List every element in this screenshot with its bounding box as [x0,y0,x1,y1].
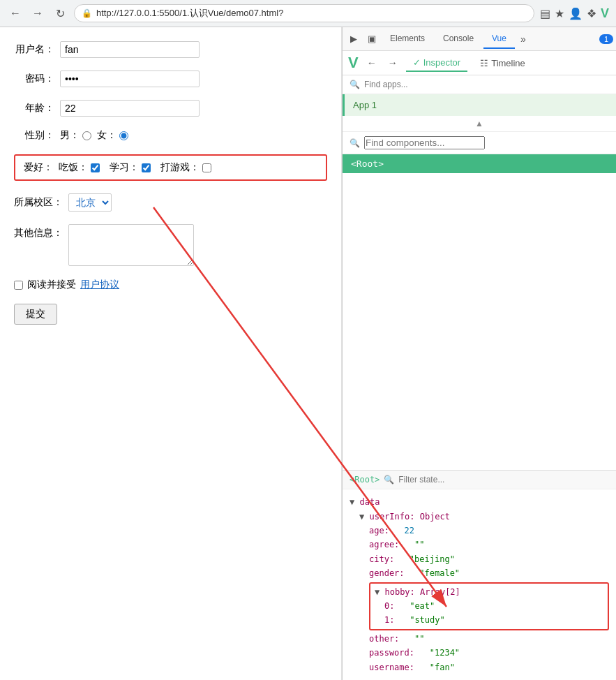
campus-select[interactable]: 北京 上海 广州 深圳 [68,193,112,212]
submit-button[interactable]: 提交 [14,304,57,325]
data-collapse[interactable]: ▼ [350,497,359,507]
devtools-device-icon[interactable]: ▣ [363,31,380,47]
userinfo-key: userInfo: Object [369,512,450,522]
hobby-game-item: 打游戏： [160,161,211,174]
vue-forward-button[interactable]: → [385,56,400,70]
campus-label: 所属校区： [14,196,63,209]
agree-state-row: agree: "" [369,538,609,552]
address-bar[interactable]: 🔒 http://127.0.0.1:5500/1.认识Vue/demo07.h… [74,4,534,22]
agree-checkbox[interactable] [14,281,23,290]
gender-group: 男： 女： [60,129,128,142]
vue-back-button[interactable]: ← [364,56,380,70]
username-state-value: "fan" [430,663,455,672]
hobby-section: 爱好： 吃饭： 学习： 打游戏： [14,154,327,181]
vue-devtools-bar: V ← → ✓ Inspector ☷ Timeline [343,51,616,75]
back-button[interactable]: ← [7,5,24,22]
cast-button[interactable]: ▤ [540,7,550,20]
agree-label: 阅读并接受 [27,279,76,291]
root-node[interactable]: <Root> [343,154,616,173]
extension-button[interactable]: ❖ [587,7,596,20]
state-header: <Root> 🔍 [343,471,616,489]
hobby-1-value: "study" [410,615,445,625]
gender-state-key: gender: [369,568,405,578]
profile-button[interactable]: 👤 [569,7,583,20]
search-icon: 🔍 [350,80,360,89]
hobby-highlight-box: ▼ hobby: Array[2] 0: "eat" 1 [369,582,609,630]
vue-ext-button[interactable]: V [601,6,609,21]
inspector-check-icon: ✓ [413,57,421,68]
tab-console[interactable]: Console [435,29,482,49]
devtools-panel: ▶ ▣ Elements Console Vue » 1 V ← → ✓ Ins… [342,27,616,680]
app1-item[interactable]: App 1 [343,94,616,116]
other-row: 其他信息： [14,224,327,266]
gender-state-row: gender: "female" [369,566,609,580]
hobby-1-key: 1: [384,615,394,625]
other-state-key: other: [369,634,399,644]
userinfo-fields: age: 22 agree: "" city: "beiji [359,524,609,674]
component-tree-spacer [343,173,616,470]
devtools-select-icon[interactable]: ▶ [345,31,362,47]
age-state-row: age: 22 [369,524,609,538]
main-area: 用户名： 密码： 年龄： 性别： 男： 女： [0,27,616,680]
username-state-row: username: "fan" [369,660,609,674]
other-label: 其他信息： [14,224,63,239]
age-label: 年龄： [14,102,54,114]
hobby-0-value: "eat" [410,601,435,611]
gender-male-item: 男： [60,129,91,142]
hobby-study-checkbox[interactable] [142,163,151,172]
agree-row: 阅读并接受 用户协议 [14,279,327,291]
password-state-key: password: [369,648,414,658]
hobby-eat-checkbox[interactable] [91,163,100,172]
hobby-eat-label: 吃饭： [59,161,88,174]
inspector-tab[interactable]: ✓ Inspector [406,54,467,72]
userinfo-collapse[interactable]: ▼ [359,512,369,522]
expand-arrow-icon: ▲ [475,119,483,128]
timeline-tab[interactable]: ☷ Timeline [473,55,532,71]
browser-actions: ▤ ★ 👤 ❖ V [540,6,609,21]
gender-female-label: 女： [97,129,117,142]
state-panel: <Root> 🔍 ▼ data ▼ userInfo: Object [343,470,616,680]
browser-chrome: ← → ↻ 🔒 http://127.0.0.1:5500/1.认识Vue/de… [0,0,616,27]
userinfo-row: ▼ userInfo: Object [359,510,609,524]
other-state-value: "" [414,634,424,644]
form-panel: 用户名： 密码： 年龄： 性别： 男： 女： [0,27,342,680]
hobby-state-key: hobby: Array[2] [384,587,460,597]
other-textarea[interactable] [68,224,194,266]
data-key: data [359,497,380,507]
bookmark-button[interactable]: ★ [555,7,564,20]
city-state-row: city: "beijing" [369,552,609,566]
gender-female-item: 女： [97,129,128,142]
gender-female-radio[interactable] [119,131,128,140]
find-apps-input[interactable] [364,80,609,89]
hobby-items: 0: "eat" 1: "study" [375,599,603,628]
username-state-key: username: [369,663,414,672]
state-filter-input[interactable] [398,475,609,485]
notification-badge: 1 [599,34,613,44]
password-label: 密码： [14,73,54,85]
forward-button[interactable]: → [29,5,46,22]
hobby-game-checkbox[interactable] [202,163,211,172]
tab-vue[interactable]: Vue [483,29,515,49]
age-row: 年龄： [14,100,327,117]
gender-male-radio[interactable] [82,131,91,140]
vue-logo: V [348,54,359,72]
age-input[interactable] [60,100,200,117]
age-state-value: 22 [405,526,414,535]
hobby-eat-item: 吃饭： [59,161,100,174]
city-state-key: city: [369,554,394,564]
tab-elements[interactable]: Elements [382,29,433,49]
password-state-row: password: "1234" [369,646,609,660]
inspector-label: Inspector [423,57,460,68]
username-input[interactable] [60,41,200,58]
gender-state-value: "female" [419,568,460,578]
hobby-state-row: ▼ hobby: Array[2] [375,585,603,599]
devtools-more-button[interactable]: » [516,31,530,47]
find-apps-bar: 🔍 [343,75,616,94]
age-state-key: age: [369,526,389,535]
reload-button[interactable]: ↻ [52,5,68,22]
password-input[interactable] [60,71,200,87]
hobby-collapse[interactable]: ▼ [375,587,384,597]
agree-link[interactable]: 用户协议 [80,279,119,291]
state-root-tag: <Root> [350,475,380,485]
find-components-input[interactable] [364,136,485,149]
